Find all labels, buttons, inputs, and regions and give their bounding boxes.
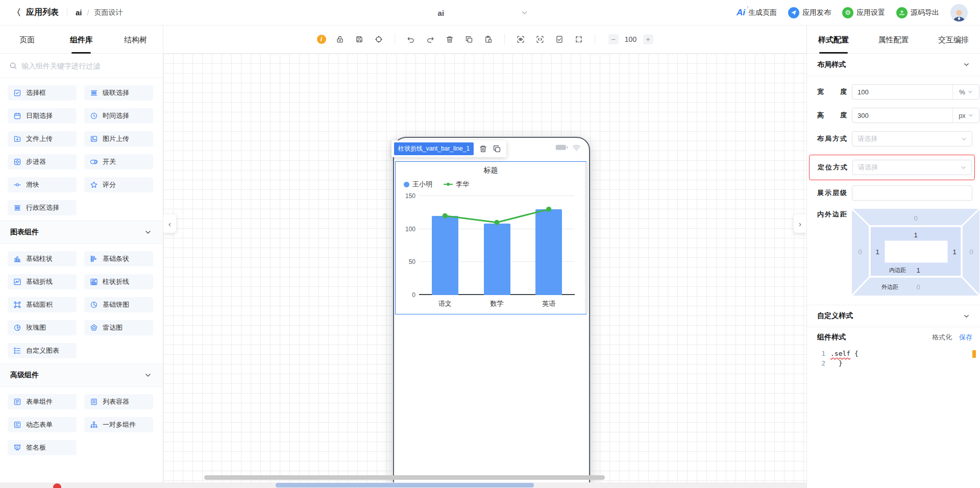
component-item-label: 日期选择 <box>26 111 53 120</box>
component-item[interactable]: 级联选择 <box>84 85 153 101</box>
height-unit-select[interactable]: px <box>952 108 979 123</box>
custom-style-section-header[interactable]: 自定义样式 <box>807 305 980 327</box>
info-icon[interactable]: i <box>317 35 326 44</box>
save-code-button[interactable]: 保存 <box>959 333 972 342</box>
component-item[interactable]: 行政区选择 <box>8 200 77 215</box>
component-item[interactable]: 基础面积 <box>8 297 77 312</box>
legend-item[interactable]: 李华 <box>444 180 469 189</box>
line-number: 2 <box>814 358 825 368</box>
paste-button[interactable] <box>483 34 494 45</box>
component-item[interactable]: 基础饼图 <box>84 297 153 312</box>
delete-component-button[interactable] <box>478 144 487 154</box>
component-item[interactable]: 签名板 <box>8 440 77 455</box>
legend-item[interactable]: 王小明 <box>404 180 432 189</box>
width-unit-select[interactable]: % <box>952 85 979 99</box>
component-item[interactable]: 动态表单 <box>8 417 77 432</box>
component-item-label: 玫瑰图 <box>26 323 46 332</box>
collapse-right-panel-handle[interactable]: › <box>794 214 806 233</box>
frame-button[interactable] <box>573 34 584 45</box>
line-chart-icon <box>13 278 21 286</box>
component-item[interactable]: 雷达图 <box>84 320 153 335</box>
section-header[interactable]: 高级组件 <box>0 363 163 387</box>
component-item[interactable]: 表单组件 <box>8 394 77 409</box>
phone-screen[interactable]: 标题 王小明李华 0 50 100 150 语文数学英语 <box>394 160 589 488</box>
pie-chart-icon <box>90 301 98 309</box>
svg-text:0: 0 <box>858 248 862 256</box>
box-model-diagram[interactable]: 0 1 0 1 1 0 内边距 1 外边距 0 <box>852 209 979 296</box>
page-horizontal-scrollbar[interactable] <box>0 482 806 488</box>
user-avatar[interactable] <box>950 4 968 21</box>
component-item[interactable]: 选择框 <box>8 85 77 101</box>
settings-button[interactable]: ⚙应用设置 <box>842 7 885 18</box>
component-item[interactable]: 列表容器 <box>84 394 153 409</box>
code-line[interactable]: 2 } <box>814 358 976 368</box>
canvas-grid-area[interactable]: ‹ › 标题 王小明李华 <box>163 54 806 488</box>
ai-logo-icon: Ai <box>737 8 745 18</box>
redo-button[interactable] <box>425 34 436 45</box>
sidebar-tab-pages[interactable]: 页面 <box>0 26 54 54</box>
layout-style-section-header[interactable]: 布局样式 <box>807 54 980 76</box>
z-index-input[interactable] <box>852 189 972 197</box>
publish-button[interactable]: 应用发布 <box>788 7 831 18</box>
component-item-label: 签名板 <box>26 443 46 452</box>
breadcrumb-app[interactable]: ai <box>76 8 82 17</box>
component-search-input[interactable] <box>21 62 154 70</box>
component-item[interactable]: 开关 <box>84 154 153 169</box>
district-icon <box>13 204 21 212</box>
sidebar-tab-components[interactable]: 组件库 <box>54 26 108 54</box>
component-item[interactable]: 步进器 <box>8 154 77 169</box>
inspector-tab-props[interactable]: 属性配置 <box>878 26 909 54</box>
preview-button[interactable] <box>515 34 526 45</box>
component-item[interactable]: 一对多组件 <box>84 417 153 432</box>
line-number: 1 <box>814 349 825 358</box>
position-mode-select[interactable]: 请选择 <box>852 160 972 175</box>
sidebar-tab-tree[interactable]: 结构树 <box>109 26 163 54</box>
undo-button[interactable] <box>405 34 416 45</box>
page-selector[interactable]: ai <box>438 0 528 26</box>
height-input[interactable] <box>852 112 952 119</box>
unlock-button[interactable] <box>334 34 346 45</box>
zoom-out-button[interactable]: − <box>608 34 619 44</box>
component-item[interactable]: 玫瑰图 <box>8 320 77 335</box>
canvas-horizontal-scrollbar[interactable] <box>204 475 605 480</box>
action-label: 应用发布 <box>802 8 831 17</box>
component-item[interactable]: 文件上传 <box>8 131 77 147</box>
trash-button[interactable] <box>444 34 455 45</box>
collapse-left-panel-handle[interactable]: ‹ <box>163 214 176 233</box>
margin-padding-label: 内外边距 <box>817 210 847 219</box>
export-button[interactable]: 源码导出 <box>896 7 939 18</box>
zoom-in-button[interactable]: + <box>643 34 653 44</box>
component-item[interactable]: 日期选择 <box>8 108 77 124</box>
back-icon[interactable]: 〈 <box>12 7 21 18</box>
component-item[interactable]: 柱状折线 <box>84 274 153 289</box>
component-item[interactable]: 评分 <box>84 177 153 192</box>
component-item[interactable]: 自定义图表 <box>8 343 77 358</box>
doc-check-button[interactable] <box>554 34 565 45</box>
section-header[interactable]: 图表组件 <box>0 221 163 244</box>
screen-scrollbar[interactable] <box>585 162 588 313</box>
generate-button[interactable]: Ai生成页面 <box>737 8 777 18</box>
copy-button[interactable] <box>463 34 475 45</box>
code-view-button[interactable] <box>534 34 546 45</box>
copy-component-button[interactable] <box>492 144 501 154</box>
component-item[interactable]: 时间选择 <box>84 108 153 124</box>
chart-component-selected[interactable]: 标题 王小明李华 0 50 100 150 语文数学英语 <box>395 161 586 314</box>
width-input[interactable] <box>852 88 952 96</box>
component-item[interactable]: 基础折线 <box>8 274 77 289</box>
save-button[interactable] <box>354 34 365 45</box>
format-code-button[interactable]: 格式化 <box>932 333 952 342</box>
component-item[interactable]: 图片上传 <box>84 131 153 147</box>
layout-mode-select[interactable]: 请选择 <box>852 131 972 147</box>
component-item[interactable]: 基础柱状 <box>8 251 77 266</box>
css-code-editor[interactable]: 1 .self { 2 } <box>814 349 976 488</box>
component-item[interactable]: 基础条状 <box>84 251 153 266</box>
component-item[interactable]: 滑块 <box>8 177 77 192</box>
scrollbar-thumb[interactable] <box>276 483 534 487</box>
calendar-icon <box>13 112 21 120</box>
inspector-tab-style[interactable]: 样式配置 <box>818 26 849 54</box>
inspector-tab-interaction[interactable]: 交互编排 <box>938 26 969 54</box>
code-line[interactable]: 1 .self { <box>814 349 976 358</box>
chart-title: 标题 <box>399 166 583 175</box>
back-to-app-list[interactable]: 应用列表 <box>26 7 59 18</box>
target-button[interactable] <box>373 34 384 45</box>
